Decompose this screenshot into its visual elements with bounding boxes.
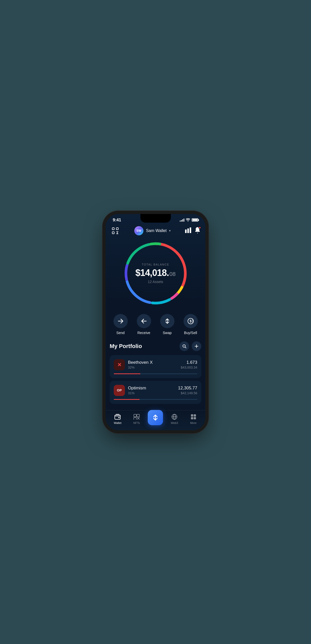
signal-icon	[180, 219, 184, 222]
wallet-name: Sam Wallet	[146, 228, 167, 233]
nav-wallet[interactable]: Wallet	[108, 413, 127, 424]
svg-rect-38	[191, 417, 193, 419]
notification-button[interactable]	[195, 227, 200, 234]
swap-button[interactable]: Swap	[159, 314, 175, 335]
beethoven-usd: $43,003.34	[181, 366, 197, 369]
beethoven-progress	[114, 373, 197, 374]
optimism-amount: 12,305.77	[178, 386, 197, 391]
buysell-icon: $	[184, 314, 198, 328]
svg-rect-7	[187, 228, 189, 233]
chart-button[interactable]	[185, 227, 191, 234]
svg-rect-36	[191, 414, 193, 417]
add-asset-button[interactable]	[192, 341, 201, 351]
header-left	[111, 226, 120, 235]
notification-badge	[199, 226, 201, 229]
more-nav-label: More	[190, 421, 197, 424]
more-nav-icon	[190, 413, 197, 420]
buysell-button[interactable]: $ Buy/Sell	[183, 314, 199, 335]
svg-rect-28	[118, 417, 120, 418]
search-button[interactable]	[179, 341, 189, 351]
screen: 9:41	[106, 214, 205, 430]
svg-line-24	[185, 347, 186, 348]
web3-nav-label: Web3	[171, 421, 178, 424]
notch	[140, 214, 171, 223]
optimism-pct: 31%	[128, 391, 146, 395]
beethoven-name: Beethoven X	[128, 360, 153, 365]
optimism-progress	[114, 399, 197, 400]
beethoven-pct: 32%	[128, 366, 153, 369]
balance-ring: TOTAL BALANCE $14,018. 08 12 Assets	[123, 240, 189, 306]
balance-main: $14,018.	[135, 268, 169, 278]
asset-card-beethoven[interactable]: ✕ Beethoven X 32% 1.673 $43,003.34	[110, 355, 201, 378]
header: SW Sam Wallet ▾	[106, 224, 205, 238]
svg-rect-37	[194, 414, 196, 417]
header-right	[185, 227, 200, 234]
status-time: 9:41	[113, 218, 121, 223]
web3-nav-icon	[171, 413, 178, 420]
bottom-nav: Wallet NFTs	[106, 410, 205, 430]
buysell-label: Buy/Sell	[184, 331, 197, 335]
beethoven-logo: ✕	[114, 359, 125, 370]
nfts-nav-icon	[133, 413, 140, 420]
send-label: Send	[116, 331, 125, 335]
portfolio-section: My Portfolio	[106, 340, 205, 410]
svg-rect-6	[185, 229, 187, 233]
portfolio-title: My Portfolio	[110, 343, 142, 350]
send-icon	[113, 314, 128, 328]
swap-label: Swap	[163, 331, 172, 335]
balance-amount: $14,018. 08	[135, 268, 176, 278]
dropdown-arrow-icon: ▾	[169, 229, 171, 233]
optimism-logo: OP	[114, 385, 125, 396]
balance-label: TOTAL BALANCE	[135, 263, 176, 266]
portfolio-actions	[179, 341, 201, 351]
battery-icon	[192, 218, 198, 222]
phone-frame: 9:41	[106, 214, 205, 430]
receive-icon	[137, 314, 151, 328]
center-action-button[interactable]	[148, 410, 163, 425]
nav-nfts[interactable]: NFTs	[127, 413, 146, 424]
status-icons	[180, 218, 198, 222]
asset-card-optimism[interactable]: OP Optimism 31% 12,305.77 $42,149.56	[110, 381, 201, 404]
beethoven-amount: 1.673	[181, 360, 197, 365]
svg-rect-1	[116, 228, 118, 230]
nav-more[interactable]: More	[184, 413, 203, 424]
optimism-usd: $42,149.56	[178, 391, 197, 395]
nav-web3[interactable]: Web3	[165, 413, 184, 424]
action-buttons: Send Receive	[106, 311, 205, 340]
balance-info: TOTAL BALANCE $14,018. 08 12 Assets	[135, 263, 176, 284]
nav-center	[146, 412, 165, 425]
nfts-nav-label: NFTs	[133, 421, 140, 424]
send-button[interactable]: Send	[112, 314, 129, 335]
svg-rect-2	[112, 232, 114, 234]
optimism-name: Optimism	[128, 386, 146, 391]
wifi-icon	[186, 218, 190, 222]
balance-assets: 12 Assets	[135, 280, 176, 284]
svg-rect-0	[112, 228, 114, 230]
swap-icon	[160, 314, 174, 328]
svg-rect-31	[134, 417, 136, 420]
svg-rect-39	[194, 417, 196, 419]
svg-rect-30	[137, 414, 139, 417]
wallet-selector[interactable]: SW Sam Wallet ▾	[134, 226, 171, 235]
balance-section: TOTAL BALANCE $14,018. 08 12 Assets	[106, 238, 205, 311]
portfolio-header: My Portfolio	[110, 340, 201, 351]
wallet-nav-icon	[114, 413, 121, 420]
svg-rect-8	[190, 227, 191, 233]
receive-button[interactable]: Receive	[136, 314, 152, 335]
svg-rect-29	[134, 414, 136, 417]
scan-icon[interactable]	[111, 226, 120, 235]
wallet-nav-label: Wallet	[114, 421, 121, 424]
svg-text:$: $	[190, 319, 192, 323]
avatar: SW	[134, 226, 143, 235]
balance-cents: 08	[169, 271, 175, 277]
receive-label: Receive	[137, 331, 150, 335]
